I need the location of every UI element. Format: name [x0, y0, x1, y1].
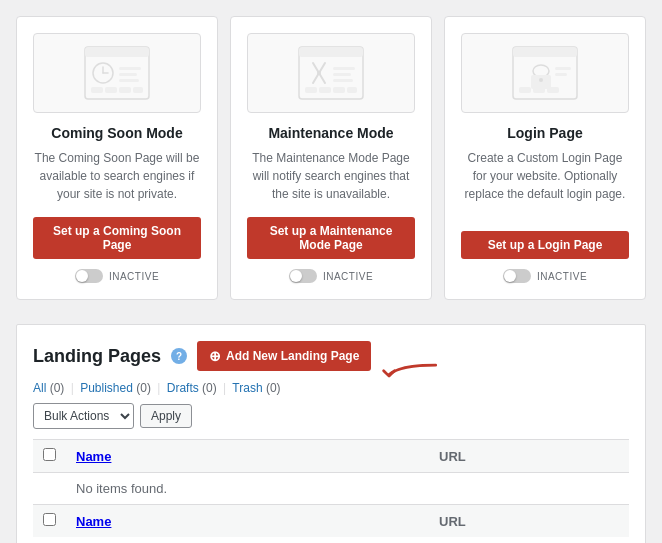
- sort-by-name-link[interactable]: Name: [76, 449, 111, 464]
- svg-rect-20: [305, 87, 317, 93]
- maintenance-toggle[interactable]: [289, 269, 317, 283]
- login-desc: Create a Custom Login Page for your webs…: [461, 149, 629, 217]
- coming-soon-desc: The Coming Soon Page will be available t…: [33, 149, 201, 203]
- landing-pages-title: Landing Pages: [33, 346, 161, 367]
- svg-rect-1: [85, 47, 149, 57]
- coming-soon-card: Coming Soon Mode The Coming Soon Page wi…: [16, 16, 218, 300]
- login-card: Login Page Create a Custom Login Page fo…: [444, 16, 646, 300]
- maintenance-illustration: [291, 43, 371, 103]
- bulk-actions-row: Bulk Actions Apply: [33, 403, 629, 429]
- svg-rect-13: [299, 47, 363, 57]
- maintenance-title: Maintenance Mode: [268, 125, 393, 141]
- svg-rect-31: [519, 87, 531, 93]
- table-header-name: Name: [66, 440, 429, 473]
- bulk-actions-select[interactable]: Bulk Actions: [33, 403, 134, 429]
- login-icon-area: [461, 33, 629, 113]
- login-title: Login Page: [507, 125, 582, 141]
- table-footer-checkbox-cell: [33, 505, 66, 538]
- filter-sep-3: |: [223, 381, 226, 395]
- filter-sep-2: |: [157, 381, 160, 395]
- landing-pages-section: Landing Pages ? ⊕ Add New Landing Page A…: [16, 324, 646, 543]
- filter-trash-link[interactable]: Trash: [232, 381, 262, 395]
- maintenance-toggle-row: INACTIVE: [289, 269, 373, 283]
- table-footer-url: URL: [429, 505, 629, 538]
- maintenance-desc: The Maintenance Mode Page will notify se…: [247, 149, 415, 203]
- add-new-button-container: ⊕ Add New Landing Page: [197, 341, 371, 371]
- svg-rect-6: [119, 73, 137, 76]
- svg-rect-17: [333, 67, 355, 70]
- svg-rect-19: [333, 79, 353, 82]
- svg-rect-21: [319, 87, 331, 93]
- mode-cards-container: Coming Soon Mode The Coming Soon Page wi…: [16, 16, 646, 300]
- table-footer-row: Name URL: [33, 505, 629, 538]
- filter-all-link[interactable]: All: [33, 381, 46, 395]
- footer-sort-by-name-link[interactable]: Name: [76, 514, 111, 529]
- coming-soon-icon-area: [33, 33, 201, 113]
- coming-soon-setup-button[interactable]: Set up a Coming Soon Page: [33, 217, 201, 259]
- svg-rect-5: [119, 67, 141, 70]
- svg-rect-8: [91, 87, 103, 93]
- svg-rect-30: [555, 73, 567, 76]
- annotation-arrow: [376, 359, 441, 394]
- svg-point-16: [317, 71, 321, 75]
- maintenance-card: Maintenance Mode The Maintenance Mode Pa…: [230, 16, 432, 300]
- svg-rect-7: [119, 79, 139, 82]
- no-items-row: No items found.: [33, 473, 629, 505]
- svg-rect-33: [547, 87, 559, 93]
- coming-soon-status: INACTIVE: [109, 271, 159, 282]
- footer-select-all-checkbox[interactable]: [43, 513, 56, 526]
- svg-rect-9: [105, 87, 117, 93]
- filter-trash-count: (0): [266, 381, 281, 395]
- svg-rect-10: [119, 87, 131, 93]
- maintenance-setup-button[interactable]: Set up a Maintenance Mode Page: [247, 217, 415, 259]
- no-items-cell: No items found.: [66, 473, 629, 505]
- landing-pages-table: Name URL No items found.: [33, 439, 629, 537]
- svg-rect-18: [333, 73, 351, 76]
- filter-all-count: (0): [50, 381, 65, 395]
- filter-published-count: (0): [136, 381, 151, 395]
- landing-pages-help-icon[interactable]: ?: [171, 348, 187, 364]
- svg-rect-32: [533, 87, 545, 93]
- select-all-checkbox[interactable]: [43, 448, 56, 461]
- add-new-label: Add New Landing Page: [226, 349, 359, 363]
- svg-point-28: [539, 78, 543, 82]
- no-items-checkbox-cell: [33, 473, 66, 505]
- coming-soon-toggle-row: INACTIVE: [75, 269, 159, 283]
- add-new-landing-page-button[interactable]: ⊕ Add New Landing Page: [197, 341, 371, 371]
- filter-drafts-count: (0): [202, 381, 217, 395]
- filter-published-link[interactable]: Published: [80, 381, 133, 395]
- coming-soon-title: Coming Soon Mode: [51, 125, 182, 141]
- svg-rect-25: [513, 47, 577, 57]
- login-status: INACTIVE: [537, 271, 587, 282]
- filter-sep-1: |: [71, 381, 74, 395]
- svg-rect-23: [347, 87, 357, 93]
- apply-button[interactable]: Apply: [140, 404, 192, 428]
- coming-soon-illustration: [77, 43, 157, 103]
- svg-rect-29: [555, 67, 571, 70]
- svg-rect-22: [333, 87, 345, 93]
- maintenance-status: INACTIVE: [323, 271, 373, 282]
- filter-bar: All (0) | Published (0) | Drafts (0) | T…: [33, 381, 629, 395]
- plus-icon: ⊕: [209, 348, 221, 364]
- table-header-checkbox-cell: [33, 440, 66, 473]
- login-toggle-row: INACTIVE: [503, 269, 587, 283]
- table-header-row: Name URL: [33, 440, 629, 473]
- maintenance-icon-area: [247, 33, 415, 113]
- coming-soon-toggle[interactable]: [75, 269, 103, 283]
- filter-drafts-link[interactable]: Drafts: [167, 381, 199, 395]
- login-toggle[interactable]: [503, 269, 531, 283]
- landing-pages-header: Landing Pages ? ⊕ Add New Landing Page: [33, 341, 629, 371]
- login-setup-button[interactable]: Set up a Login Page: [461, 231, 629, 259]
- table-footer-name: Name: [66, 505, 429, 538]
- table-header-url: URL: [429, 440, 629, 473]
- svg-rect-11: [133, 87, 143, 93]
- login-illustration: [505, 43, 585, 103]
